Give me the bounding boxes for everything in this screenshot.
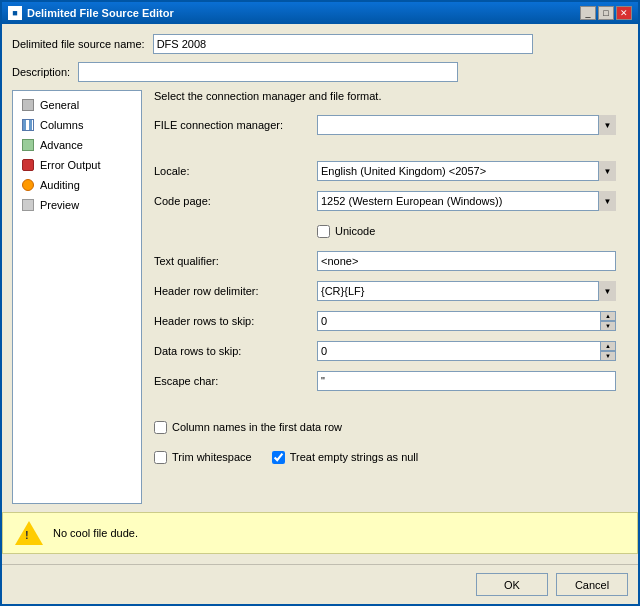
- data-rows-to-skip-label: Data rows to skip:: [154, 345, 309, 357]
- escape-char-control: [317, 371, 616, 391]
- sidebar: General Columns Advance: [12, 90, 142, 504]
- treat-empty-checkbox[interactable]: [272, 451, 285, 464]
- column-names-label: Column names in the first data row: [172, 421, 342, 433]
- header-row-delimiter-wrapper: {CR}{LF} {CR} {LF} ▼: [317, 281, 616, 301]
- text-qualifier-control: [317, 251, 616, 271]
- file-connection-label: FILE connection manager:: [154, 119, 309, 131]
- restore-button[interactable]: □: [598, 6, 614, 20]
- auditing-icon: [21, 178, 35, 192]
- header-row-delimiter-label: Header row delimiter:: [154, 285, 309, 297]
- data-rows-to-skip-wrapper: ▲ ▼: [317, 341, 616, 361]
- bottom-checkboxes-row: Trim whitespace Treat empty strings as n…: [154, 446, 616, 468]
- treat-empty-control: Treat empty strings as null: [272, 451, 419, 464]
- sidebar-label-preview: Preview: [40, 199, 79, 211]
- locale-wrapper: English (United Kingdom) <2057> English …: [317, 161, 616, 181]
- code-page-select[interactable]: 1252 (Western European (Windows)) 1200 (…: [317, 191, 616, 211]
- data-rows-to-skip-down[interactable]: ▼: [600, 351, 616, 361]
- code-page-row: Code page: 1252 (Western European (Windo…: [154, 190, 616, 212]
- description-row: Description:: [12, 62, 628, 82]
- file-connection-row: FILE connection manager: ▼: [154, 114, 616, 136]
- data-rows-to-skip-row: Data rows to skip: ▲ ▼: [154, 340, 616, 362]
- trim-whitespace-label: Trim whitespace: [172, 451, 252, 463]
- escape-char-row: Escape char:: [154, 370, 616, 392]
- header-row-delimiter-row: Header row delimiter: {CR}{LF} {CR} {LF}…: [154, 280, 616, 302]
- window-icon: ■: [8, 6, 22, 20]
- sidebar-label-columns: Columns: [40, 119, 83, 131]
- window-title: Delimited File Source Editor: [27, 7, 174, 19]
- right-panel: Select the connection manager and file f…: [142, 90, 628, 504]
- trim-whitespace-checkbox[interactable]: [154, 451, 167, 464]
- close-button[interactable]: ✕: [616, 6, 632, 20]
- title-buttons: _ □ ✕: [580, 6, 632, 20]
- header-rows-to-skip-wrapper: ▲ ▼: [317, 311, 616, 331]
- header-rows-to-skip-down[interactable]: ▼: [600, 321, 616, 331]
- escape-char-label: Escape char:: [154, 375, 309, 387]
- sidebar-item-preview[interactable]: Preview: [13, 195, 141, 215]
- locale-row: Locale: English (United Kingdom) <2057> …: [154, 160, 616, 182]
- header-rows-to-skip-input[interactable]: [317, 311, 616, 331]
- treat-empty-label: Treat empty strings as null: [290, 451, 419, 463]
- data-rows-to-skip-input[interactable]: [317, 341, 616, 361]
- code-page-label: Code page:: [154, 195, 309, 207]
- general-icon: [21, 98, 35, 112]
- advance-icon: [21, 138, 35, 152]
- code-page-wrapper: 1252 (Western European (Windows)) 1200 (…: [317, 191, 616, 211]
- text-qualifier-label: Text qualifier:: [154, 255, 309, 267]
- trim-whitespace-control: Trim whitespace: [154, 451, 252, 464]
- text-qualifier-row: Text qualifier:: [154, 250, 616, 272]
- sidebar-label-general: General: [40, 99, 79, 111]
- unicode-checkbox[interactable]: [317, 225, 330, 238]
- source-name-label: Delimited file source name:: [12, 38, 145, 50]
- sidebar-item-advance[interactable]: Advance: [13, 135, 141, 155]
- bottom-buttons: OK Cancel: [2, 564, 638, 604]
- locale-label: Locale:: [154, 165, 309, 177]
- header-row-delimiter-select[interactable]: {CR}{LF} {CR} {LF}: [317, 281, 616, 301]
- data-rows-to-skip-up[interactable]: ▲: [600, 341, 616, 351]
- column-names-row: Column names in the first data row: [154, 416, 616, 438]
- file-connection-wrapper: ▼: [317, 115, 616, 135]
- ok-button[interactable]: OK: [476, 573, 548, 596]
- sidebar-item-auditing[interactable]: Auditing: [13, 175, 141, 195]
- columns-icon: [21, 118, 35, 132]
- escape-char-input[interactable]: [317, 371, 616, 391]
- header-rows-to-skip-spinner: ▲ ▼: [600, 311, 616, 331]
- error-output-icon: [21, 158, 35, 172]
- column-names-control: Column names in the first data row: [154, 421, 342, 434]
- header-rows-to-skip-row: Header rows to skip: ▲ ▼: [154, 310, 616, 332]
- sidebar-label-auditing: Auditing: [40, 179, 80, 191]
- warning-message: No cool file dude.: [53, 527, 138, 539]
- content-area: Delimited file source name: Description:…: [2, 24, 638, 564]
- title-bar: ■ Delimited File Source Editor _ □ ✕: [2, 2, 638, 24]
- unicode-label: Unicode: [335, 225, 375, 237]
- description-input[interactable]: [78, 62, 458, 82]
- sidebar-item-error-output[interactable]: Error Output: [13, 155, 141, 175]
- cancel-button[interactable]: Cancel: [556, 573, 628, 596]
- main-area: General Columns Advance: [12, 90, 628, 504]
- source-name-input[interactable]: [153, 34, 533, 54]
- sidebar-label-error-output: Error Output: [40, 159, 101, 171]
- description-label: Description:: [12, 66, 70, 78]
- text-qualifier-input[interactable]: [317, 251, 616, 271]
- panel-description: Select the connection manager and file f…: [154, 90, 616, 102]
- header-rows-to-skip-label: Header rows to skip:: [154, 315, 309, 327]
- sidebar-label-advance: Advance: [40, 139, 83, 151]
- preview-icon: [21, 198, 35, 212]
- locale-select[interactable]: English (United Kingdom) <2057> English …: [317, 161, 616, 181]
- warning-banner: No cool file dude.: [2, 512, 638, 554]
- data-rows-to-skip-spinner: ▲ ▼: [600, 341, 616, 361]
- sidebar-item-columns[interactable]: Columns: [13, 115, 141, 135]
- source-name-row: Delimited file source name:: [12, 34, 628, 54]
- unicode-row: Unicode: [154, 220, 616, 242]
- header-rows-to-skip-up[interactable]: ▲: [600, 311, 616, 321]
- column-names-checkbox[interactable]: [154, 421, 167, 434]
- warning-icon: [15, 521, 43, 545]
- unicode-control: Unicode: [317, 225, 616, 238]
- main-window: ■ Delimited File Source Editor _ □ ✕ Del…: [0, 0, 640, 606]
- minimize-button[interactable]: _: [580, 6, 596, 20]
- sidebar-item-general[interactable]: General: [13, 95, 141, 115]
- file-connection-select[interactable]: [317, 115, 616, 135]
